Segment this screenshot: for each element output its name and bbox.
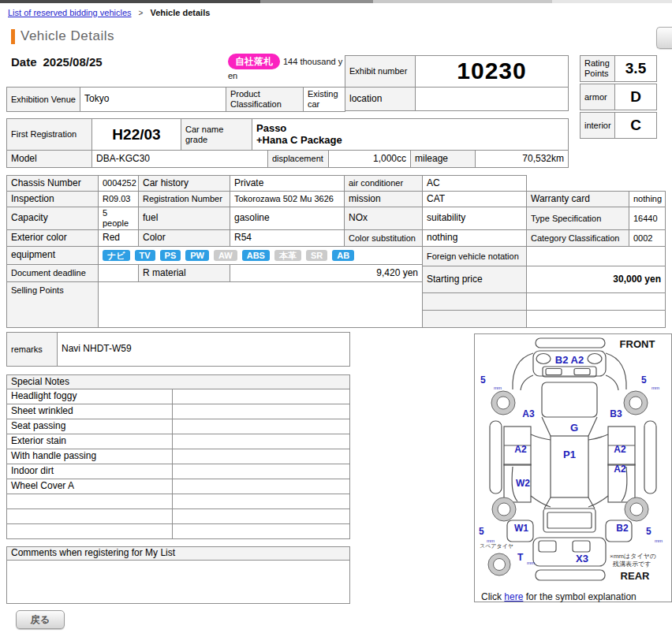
breadcrumb-link-reserved-vehicles[interactable]: List of reserved bidding vehicles [8, 8, 132, 17]
collapsed-corner-button[interactable] [656, 27, 672, 49]
grille-right-inset [574, 369, 590, 375]
equipment-badges: ナビ TV PS PW AW ABS 本革 SR AB [98, 246, 423, 265]
special-note-cell [172, 419, 350, 434]
front-bumper-shape [536, 338, 605, 348]
breadcrumb: List of reserved bidding vehicles > Vehi… [8, 8, 210, 17]
car-name-line1: Passo [256, 123, 342, 135]
air-conditioner-label: air conditioner [344, 175, 423, 192]
left-fender-inner [521, 375, 533, 390]
document-deadline-label: Document deadline [6, 264, 99, 282]
remarks-label: remarks [6, 332, 58, 367]
equipment-badge: AW [214, 250, 237, 262]
rear-gate-damage-label: X3 [576, 553, 588, 564]
equipment-badge: 本革 [274, 250, 301, 262]
location-label: location [345, 87, 416, 111]
details-empty-value-1 [526, 292, 666, 311]
special-note-cell [172, 449, 350, 464]
tire-note-line2: 残溝表示です [612, 561, 651, 568]
right-door-upper-damage-label: A2 [614, 444, 626, 455]
left-pillar-rear [531, 496, 551, 507]
headlight-left-shape [536, 354, 551, 364]
armor-rating-label: armor [580, 84, 615, 110]
car-name-grade-value: Passo +Hana C Package [252, 118, 569, 151]
title-accent-bar [11, 29, 15, 44]
spare-tire-hub [494, 559, 506, 571]
registration-number-value: Tokorozawa 502 Mu 3626 [230, 191, 345, 207]
symbol-explanation-line: Click here for the symbol explanation [475, 587, 671, 602]
warranty-card-label: Warranty card [526, 191, 629, 207]
mylist-comments-title: Comments when registering for My List [6, 546, 350, 561]
starting-price-label: Starting price [422, 266, 527, 293]
product-classification-value: Existing car [303, 87, 345, 112]
exterior-color-value: Red [98, 229, 139, 247]
special-note-item [6, 508, 173, 524]
windshield-right-edge [588, 417, 597, 436]
headlight-right-shape [588, 354, 602, 364]
tire-depth-rear-right: 5 [646, 526, 651, 537]
symbol-explanation-link[interactable]: here [504, 591, 523, 602]
equipment-badge: ABS [242, 250, 270, 262]
special-note-item: With handle passing [6, 449, 173, 464]
tire-note-line1: ×mmはタイヤの [610, 553, 656, 560]
mm-unit-rear-right: mm [655, 538, 663, 543]
starting-price-value: 30,000 yen [526, 266, 666, 293]
hood-shape [542, 382, 597, 417]
category-classification-label: Category Classification [526, 229, 629, 247]
rear-right-tire-hub [630, 503, 643, 516]
special-note-cell [172, 508, 350, 524]
special-note-item [6, 523, 173, 539]
right-door-lower-damage-label: A2 [614, 464, 626, 475]
special-note-item: Exterior stain [6, 434, 173, 449]
special-note-item: Sheet wrinkled [6, 404, 173, 419]
foreign-vehicle-notation-label: Foreign vehicle notation [422, 246, 527, 266]
exhibit-number-label: Exhibit number [345, 55, 416, 88]
special-note-cell [172, 464, 350, 479]
mm-unit-front-left: mm [494, 386, 502, 390]
details-empty-label-2 [422, 310, 527, 328]
mileage-value: 70,532km [475, 150, 569, 168]
windshield-left-edge [542, 417, 551, 436]
equipment-badge: TV [135, 250, 155, 262]
page-title-block: Vehicle Details [11, 28, 114, 44]
inspection-label: Inspection [6, 191, 99, 207]
interior-rating-value: C [614, 112, 657, 139]
fuel-value: gasoline [230, 207, 345, 230]
type-specification-value: 16440 [629, 207, 666, 230]
rear-label: REAR [621, 570, 650, 582]
right-pillar-front [588, 434, 608, 440]
equipment-badge: ナビ [103, 250, 130, 262]
special-notes-title: Special Notes [6, 374, 350, 389]
nox-value: suitability [422, 207, 527, 230]
equipment-badge: PS [160, 250, 181, 262]
special-note-item: Seat passing [6, 419, 173, 434]
taillight-right-shape [573, 541, 590, 552]
front-label: FRONT [620, 338, 655, 350]
click-suffix: for the symbol explanation [523, 591, 636, 602]
color-code-label: Color [138, 229, 230, 247]
category-classification-value: 0002 [629, 229, 666, 247]
selling-points-label: Selling Points [6, 281, 99, 328]
spare-tire-label: スペアタイヤ [480, 543, 513, 549]
special-note-cell [172, 389, 350, 404]
front-right-tire-hub [629, 397, 642, 409]
mm-unit-spare: mm [527, 561, 535, 565]
type-specification-label: Type Specification [526, 207, 629, 230]
first-registration-label: First Registration [6, 118, 92, 151]
details-empty-value-2 [526, 310, 666, 328]
inspection-value: R09.03 [98, 191, 139, 207]
left-quarter-damage-label: W1 [514, 523, 528, 534]
capacity-value: 5 people [98, 207, 139, 230]
remarks-value: Navi NHDT-W59 [57, 332, 350, 367]
top-frame-bar [0, 0, 672, 3]
exhibition-venue-label: Exhibition Venue [6, 87, 80, 112]
breadcrumb-current: Vehicle details [151, 8, 211, 17]
registration-number-label: Registration Number [138, 191, 230, 207]
tire-depth-front-left: 5 [480, 374, 486, 386]
displacement-value: 1,000cc [328, 150, 411, 168]
back-button[interactable]: 戻る [16, 610, 65, 629]
rating-points-label: Rating Points [580, 55, 615, 82]
equipment-badge: SR [306, 250, 327, 262]
color-code-value: R54 [230, 229, 345, 247]
rear-bumper-shape [536, 570, 605, 580]
date-value: 2025/08/25 [43, 55, 103, 69]
